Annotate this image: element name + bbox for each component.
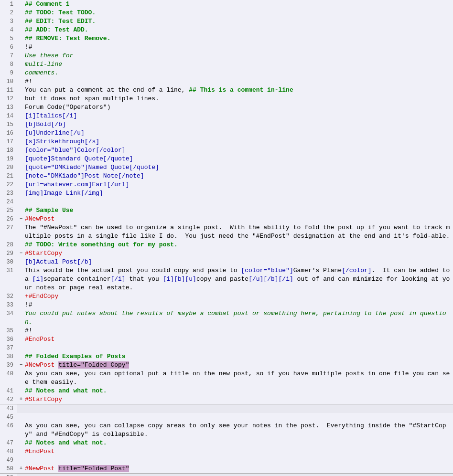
line-content: ## Sample Use <box>25 206 453 215</box>
line-number: 11 <box>0 86 17 95</box>
text-segment: that you <box>126 275 163 283</box>
line-number: 34 <box>0 309 17 318</box>
line-number: 10 <box>0 77 17 86</box>
line-content: [quote="DMKiado"]Named Quote[/quote] <box>25 163 453 172</box>
fold-icon[interactable]: − <box>17 215 25 223</box>
line-37: 37 <box>0 344 453 352</box>
text-segment: but it does not span multiple lines. <box>25 95 159 102</box>
text-segment: ## ADD: Test ADD. <box>25 26 88 33</box>
line-41: 41## Notes and what not. <box>0 387 453 395</box>
line-number: 26 <box>0 215 17 223</box>
text-segment: multi-line <box>25 61 62 68</box>
line-24: 24 <box>0 198 453 206</box>
line-number: 15 <box>0 120 17 129</box>
fold-icon[interactable]: − <box>17 249 25 258</box>
line-32: 32+#EndCopy <box>0 292 453 301</box>
line-number: 28 <box>0 241 17 249</box>
line-2: 2## TODO: Test TODO. <box>0 9 453 17</box>
line-number: 6 <box>0 43 17 52</box>
text-segment: #! <box>25 78 32 85</box>
line-number: 38 <box>0 352 17 361</box>
text-segment: [u]Underline[/u] <box>25 129 85 137</box>
line-27: 27The "#NewPost" can be used to organize… <box>0 223 453 241</box>
line-20: 20[quote="DMKiado"]Named Quote[/quote] <box>0 163 453 172</box>
line-number: 33 <box>0 301 17 309</box>
line-number: 22 <box>0 180 17 189</box>
text-segment: copy and paste <box>196 275 248 283</box>
line-number: 9 <box>0 69 17 77</box>
line-number: 42 <box>0 395 17 404</box>
fold-icon[interactable]: − <box>17 361 25 370</box>
line-4: 4## ADD: Test ADD. <box>0 26 453 34</box>
line-content: #StartCopy <box>25 395 453 404</box>
text-segment: [i][b][u] <box>163 275 196 283</box>
line-content: ## Notes and what not. <box>25 439 453 447</box>
line-number: 49 <box>0 456 17 465</box>
line-number: 31 <box>0 266 17 275</box>
line-48: 48#EndPost <box>0 447 453 456</box>
line-content: You can put a comment at the end of a li… <box>25 86 453 95</box>
text-segment: [b]Bold[/b] <box>25 121 66 128</box>
text-segment: !# <box>25 43 32 51</box>
text-segment: As you can see, you can collapse copy ar… <box>25 422 446 438</box>
line-number: 41 <box>0 387 17 395</box>
text-segment: [url=whatever.com]Earl[/url] <box>25 181 129 188</box>
line-59: 59 <box>0 473 453 476</box>
text-segment: [quote]Standard Quote[/quote] <box>25 155 133 162</box>
line-content: [color="blue"]Color[/color] <box>25 146 453 155</box>
line-number: 20 <box>0 163 17 172</box>
text-segment: #NewPost <box>25 361 58 369</box>
line-content: multi-line <box>25 60 453 69</box>
line-content: [note="DMKiado"]Post Note[/note] <box>25 172 453 180</box>
text-segment: [/color] <box>342 267 371 274</box>
line-number: 40 <box>0 370 17 378</box>
line-content: comments. <box>25 69 453 77</box>
line-content: [b]Bold[/b] <box>25 120 453 129</box>
text-segment: ## REMOVE: Test Remove. <box>25 35 110 42</box>
line-number: 27 <box>0 223 17 232</box>
line-number: 30 <box>0 258 17 266</box>
line-35: 35#! <box>0 327 453 335</box>
code-editor: 1## Comment 12## TODO: Test TODO.3## EDI… <box>0 0 453 476</box>
line-content: [u]Underline[/u] <box>25 129 453 138</box>
text-segment: ## TODO: Test TODO. <box>25 9 96 16</box>
fold-icon[interactable]: + <box>17 395 25 404</box>
line-28: 28## TODO: Write something out for my po… <box>0 241 453 249</box>
line-12: 12but it does not span multiple lines. <box>0 95 453 103</box>
line-number: 18 <box>0 146 17 155</box>
line-number: 2 <box>0 9 17 17</box>
line-number: 45 <box>0 413 17 422</box>
text-segment: #StartCopy <box>25 396 62 403</box>
text-segment: [b]Actual Post[/b] <box>25 258 92 265</box>
line-30: 30[b]Actual Post[/b] <box>0 258 453 266</box>
line-number: 8 <box>0 60 17 69</box>
line-29: 29−#StartCopy <box>0 249 453 258</box>
line-18: 18[color="blue"]Color[/color] <box>0 146 453 155</box>
fold-icon[interactable]: + <box>17 465 25 473</box>
line-number: 12 <box>0 95 17 103</box>
line-number: 16 <box>0 129 17 138</box>
line-content: ## REMOVE: Test Remove. <box>25 34 453 43</box>
line-15: 15[b]Bold[/b] <box>0 120 453 129</box>
text-segment: [color="blue"]Color[/color] <box>25 147 126 154</box>
text-segment: ## This is a comment in-line <box>189 86 293 94</box>
line-number: 35 <box>0 327 17 335</box>
line-13: 13Forum Code("Operators") <box>0 103 453 112</box>
line-9: 9comments. <box>0 69 453 77</box>
text-segment: #! <box>25 327 32 334</box>
line-46: 46As you can see, you can collapse copy … <box>0 422 453 439</box>
line-45: 45 <box>0 413 453 422</box>
line-content: As you can see, you can optional put a t… <box>25 370 453 387</box>
line-content: +#EndCopy <box>25 292 453 301</box>
text-segment: [img]Image Link[/img] <box>25 190 103 197</box>
line-number: 19 <box>0 155 17 163</box>
text-segment: As you can see, you can optional put a t… <box>25 370 450 386</box>
text-segment: ## EDIT: Test EDIT. <box>25 18 96 25</box>
line-40: 40As you can see, you can optional put a… <box>0 370 453 387</box>
line-43: 43 <box>0 404 453 413</box>
line-31: 31This would be the actual post you coul… <box>0 266 453 292</box>
line-38: 38## Folded Examples of Posts <box>0 352 453 361</box>
text-segment: You can put a comment at the end of a li… <box>25 86 189 94</box>
line-number: 29 <box>0 249 17 258</box>
line-number: 21 <box>0 172 17 180</box>
